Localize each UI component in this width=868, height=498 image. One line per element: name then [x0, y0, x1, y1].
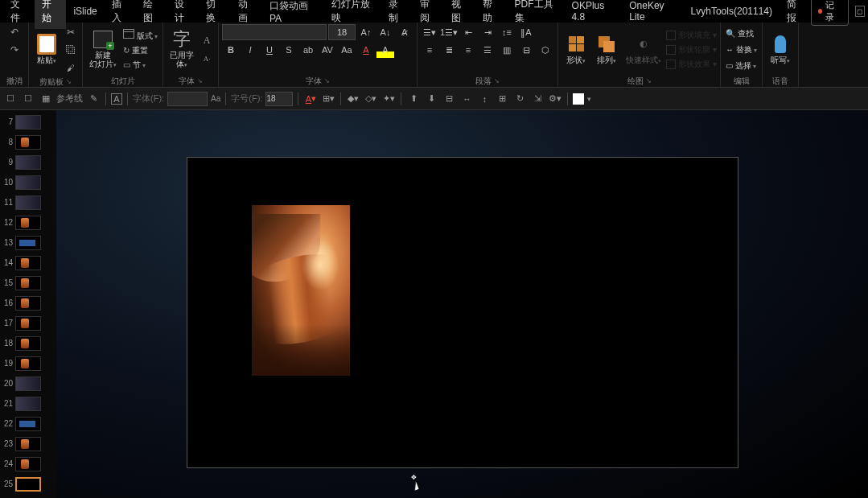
dictate-button[interactable]: 听写▾	[766, 33, 795, 67]
numbering-button[interactable]: 1☰▾	[440, 24, 458, 40]
thumbnail-21[interactable]: 21	[0, 393, 56, 414]
menu-iSlide[interactable]: iSlide	[66, 2, 104, 21]
thumbnail-11[interactable]: 11	[0, 192, 56, 212]
canvas-area[interactable]: ✥	[56, 110, 868, 498]
thumbnail-23[interactable]: 23	[0, 434, 56, 454]
fill-tb2-button[interactable]: ◆▾	[346, 92, 360, 106]
thumbnail-16[interactable]: 16	[0, 293, 56, 313]
ruler-toggle-button[interactable]: ☐	[3, 92, 18, 106]
italic-button[interactable]: I	[241, 42, 259, 58]
outline-tb2-button[interactable]: ◇▾	[364, 92, 378, 106]
eyedropper-button[interactable]: ✎	[86, 92, 101, 106]
section-button[interactable]: 节	[121, 59, 159, 72]
font-launcher-icon[interactable]: ↘	[324, 77, 330, 84]
distribute-h-button[interactable]: ↔	[459, 92, 474, 106]
char-spacing-button[interactable]: AV	[319, 42, 336, 58]
current-color-swatch[interactable]	[573, 93, 584, 105]
thumbnail-15[interactable]: 15	[0, 273, 56, 293]
find-button[interactable]: 🔍 查找	[724, 27, 759, 40]
format-painter-button[interactable]	[63, 60, 79, 76]
arrange-button[interactable]: 排列▾	[592, 33, 621, 67]
font-tool-button[interactable]: A·	[199, 51, 215, 67]
thumbnail-9[interactable]: 9	[0, 152, 56, 172]
group-button[interactable]: ⊞	[495, 92, 509, 106]
align-right-button[interactable]: ≡	[459, 42, 477, 58]
drawing-launcher-icon[interactable]: ↘	[646, 77, 652, 84]
layout-button[interactable]: 版式	[121, 28, 159, 43]
indent-dec-button[interactable]: ⇤	[459, 24, 477, 40]
thumbnail-19[interactable]: 19	[0, 353, 56, 373]
bold-button[interactable]: B	[222, 42, 240, 58]
effect-tb2-button[interactable]: ✦▾	[381, 92, 396, 106]
highlight-button[interactable]: A	[376, 42, 394, 58]
rotate-button[interactable]: ↻	[512, 92, 527, 106]
case-icon[interactable]: Aa	[211, 94, 220, 103]
cut-button[interactable]	[63, 24, 79, 40]
font-color-tb2-button[interactable]: A▾	[303, 92, 318, 106]
increase-font-icon[interactable]: A↑	[357, 24, 375, 40]
align-objects-button[interactable]: ⊟	[442, 92, 456, 106]
thumbnail-13[interactable]: 13	[0, 233, 56, 253]
textbox-button[interactable]: A	[111, 93, 122, 105]
clipboard-launcher-icon[interactable]: ↘	[66, 78, 72, 85]
more-button[interactable]: ⚙▾	[548, 92, 562, 106]
slide-image[interactable]	[252, 205, 350, 376]
size-button[interactable]: ⇲	[530, 92, 545, 106]
thumbnail-10[interactable]: 10	[0, 172, 56, 192]
strike-button[interactable]: S	[280, 42, 298, 58]
thumbnail-12[interactable]: 12	[0, 212, 56, 233]
font-color-button[interactable]: A	[357, 42, 375, 58]
current-slide[interactable]	[187, 157, 738, 468]
slide-thumbnails-panel[interactable]: 78910111213141516171819202122232425	[0, 110, 56, 498]
thumbnail-18[interactable]: 18	[0, 333, 56, 353]
new-slide-button[interactable]: 新建 幻灯片▾	[86, 28, 120, 71]
bullets-button[interactable]: ☰▾	[421, 24, 438, 40]
align-left-button[interactable]: ≡	[421, 42, 438, 58]
font-size-input[interactable]	[328, 24, 356, 40]
thumbnail-25[interactable]: 25	[0, 474, 56, 494]
thumbnail-8[interactable]: 8	[0, 132, 56, 152]
shadow-button[interactable]: ab	[299, 42, 317, 58]
thumbnail-14[interactable]: 14	[0, 253, 56, 273]
thumbnail-7[interactable]: 7	[0, 112, 56, 132]
replace-button[interactable]: ↔ 替换	[724, 43, 759, 56]
align-justify-button[interactable]: ☰	[479, 42, 496, 58]
guides-toggle-button[interactable]: ▦	[39, 92, 53, 106]
grid-toggle-button[interactable]: ☐	[21, 92, 35, 106]
align-tb2-button[interactable]: ⊞▾	[321, 92, 335, 106]
thumbnail-20[interactable]: 20	[0, 373, 56, 393]
clear-format-button[interactable]: A	[199, 33, 215, 49]
bring-front-button[interactable]: ⬆	[406, 92, 421, 106]
distribute-v-button[interactable]: ↕	[477, 92, 492, 106]
shapes-button[interactable]: 形状▾	[562, 33, 590, 67]
record-button[interactable]: 记录	[811, 0, 848, 26]
convert-smartart-button[interactable]: ⬡	[537, 42, 554, 58]
select-button[interactable]: ▭ 选择	[724, 60, 759, 72]
thumbnail-22[interactable]: 22	[0, 414, 56, 434]
menu-LvyhTools(201114)[interactable]: LvyhTools(201114)	[684, 2, 780, 21]
color-dropdown-icon[interactable]: ▾	[587, 95, 591, 103]
used-font-button[interactable]: 字 已用字 体▾	[167, 28, 197, 71]
clear-formatting-icon[interactable]: A̷	[396, 24, 413, 40]
thumbnail-17[interactable]: 17	[0, 313, 56, 333]
send-back-button[interactable]: ⬇	[424, 92, 438, 106]
undo-button[interactable]: ↶	[6, 24, 23, 40]
line-spacing-button[interactable]: ↕≡	[498, 24, 516, 40]
change-case-button[interactable]: Aa	[338, 42, 356, 58]
underline-button[interactable]: U	[261, 42, 278, 58]
paste-button[interactable]: 粘贴▾	[32, 33, 61, 67]
tb2-font-input[interactable]	[167, 92, 208, 106]
paragraph-launcher-icon[interactable]: ↘	[494, 77, 500, 84]
columns-button[interactable]: ▥	[498, 42, 516, 58]
redo-button[interactable]: ↷	[6, 42, 23, 58]
reset-button[interactable]: 重置	[121, 44, 159, 57]
tb2-size-input[interactable]	[265, 92, 293, 106]
indent-inc-button[interactable]: ⇥	[479, 24, 496, 40]
decrease-font-icon[interactable]: A↓	[376, 24, 394, 40]
align-center-button[interactable]: ≣	[440, 42, 458, 58]
thumbnail-24[interactable]: 24	[0, 454, 56, 474]
text-direction-button[interactable]: ‖A	[517, 24, 535, 40]
align-text-button[interactable]: ⊟	[517, 42, 535, 58]
copy-button[interactable]	[63, 42, 79, 58]
font-name-input[interactable]	[222, 24, 327, 40]
